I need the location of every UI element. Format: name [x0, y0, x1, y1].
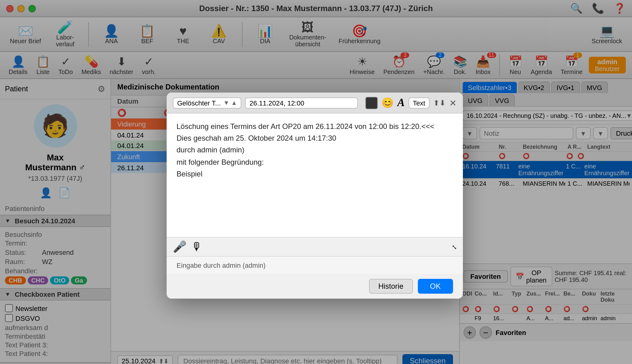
todo-button[interactable]: ✓ ToDo — [56, 54, 75, 77]
dialog-date-input[interactable] — [245, 97, 358, 108]
text-patient4-label: Text Patient 4: — [5, 350, 106, 357]
data-table-row-selected[interactable]: 16.10.24 7811 eine Ernährungsziffer 1 C.… — [460, 161, 632, 178]
screenlock-button[interactable]: 💻 Screenlock — [588, 23, 626, 45]
drucken-button[interactable]: Drucken — [610, 127, 632, 139]
lower-col-frei: Frei... — [545, 291, 562, 303]
search-icon[interactable]: 🔍 — [570, 2, 583, 14]
rechnung-dropdown-value: 16.10.2024 - Rechnung (SZ) - unabg. - TG… — [467, 112, 626, 119]
vorh-button[interactable]: ✓ vorh. — [139, 54, 158, 77]
newsletter-checkbox[interactable] — [5, 304, 13, 312]
mediks-button[interactable]: 💊 Mediks — [79, 54, 103, 77]
notiz-extra2-dropdown[interactable]: ▼ — [593, 127, 608, 139]
dialog-type-dropdown[interactable]: Gelöschter T... ▼ ▲ — [173, 97, 242, 108]
rechnung-dropdown[interactable]: 16.10.2024 - Rechnung (SZ) - unabg. - TG… — [462, 110, 632, 121]
mic-icon[interactable]: 🎤 — [173, 240, 186, 254]
tab-mvg[interactable]: MVG — [581, 81, 608, 93]
siri-icon[interactable]: 🎙 — [191, 240, 202, 253]
details-icon: 👤 — [11, 55, 25, 68]
details-button[interactable]: 👤 Details — [6, 54, 30, 77]
notiz-input[interactable] — [480, 127, 573, 139]
tab-vvg[interactable]: VVG — [489, 94, 515, 106]
patient-dob: *13.03.1977 (47J) — [0, 175, 110, 187]
neu-label: Neu — [509, 68, 521, 75]
behandler-label: Behandler: — [5, 267, 42, 275]
col-bezeichnung-header: Bezeichnung — [523, 144, 565, 150]
close-button[interactable] — [6, 5, 14, 12]
termine-button[interactable]: 📅 1 Termine — [558, 54, 585, 77]
lower-table-row[interactable]: F9 16... A... A... ad... admin admin — [460, 314, 632, 323]
col-datum: Datum — [117, 97, 167, 105]
schliessen-button[interactable]: Schliessen — [402, 354, 453, 364]
dialog-arrows[interactable]: ⬆⬇ — [433, 98, 446, 107]
dialog-emoji-button[interactable]: 😊 — [381, 97, 394, 109]
ana-button[interactable]: 👤 ANA — [96, 23, 127, 45]
todo-section-header[interactable]: ▼ ToDo — [0, 362, 110, 364]
remove-leistung-button[interactable]: − — [480, 326, 492, 339]
laborverlauf-button[interactable]: 🧪 Labor-verlauf — [50, 20, 81, 49]
dialog-text-type-dropdown[interactable]: Text — [409, 97, 430, 108]
ok-button[interactable]: OK — [418, 279, 453, 294]
dialog-close-icon[interactable]: ✕ — [449, 98, 457, 108]
avatar: 🧑 — [34, 104, 77, 147]
date-stepper-icon[interactable]: ⬆⬇ — [159, 358, 168, 364]
radio-datum: ⭕ — [462, 153, 496, 159]
dialog-color-picker[interactable] — [365, 97, 378, 109]
favoriten-btn[interactable]: Favoriten — [464, 270, 508, 283]
phone-icon[interactable]: 📞 — [592, 2, 604, 14]
besuch-section[interactable]: ▼ Besuch 24.10.2024 — [0, 215, 110, 227]
patient-settings-icon[interactable]: ⚙ — [98, 84, 106, 94]
neuer-brief-button[interactable]: ✉️ Neuer Brief — [6, 23, 45, 45]
dialog-content[interactable]: Löschung eines Termins der Art OP20 am 2… — [167, 114, 463, 237]
notiz-extra-dropdown[interactable]: ▼ — [576, 127, 591, 139]
bef-button[interactable]: 📋 BEF — [132, 23, 163, 45]
dok-button[interactable]: 📚 Dok. — [451, 54, 469, 77]
nachr-icon-wrapper: 💬 2 — [427, 55, 441, 68]
naechster-button[interactable]: ⬇ nächster — [107, 54, 136, 77]
add-leistung-button[interactable]: + — [464, 326, 476, 339]
tab-kvg[interactable]: KVG•2 — [518, 81, 550, 93]
inbox-button[interactable]: 📥 11 Inbox — [473, 54, 493, 77]
minimize-button[interactable] — [17, 5, 25, 12]
right-bottom-actions: + − Favoriten — [460, 323, 632, 341]
newsletter-label: Newsletter — [15, 304, 48, 312]
nachr-button[interactable]: 💬 2 +Nachr. — [421, 54, 447, 77]
dialog-font-button[interactable]: A — [397, 96, 405, 109]
termine-icon-wrapper: 📅 1 — [565, 55, 578, 68]
patient-doc-icon[interactable]: 📄 — [58, 187, 71, 199]
checkboxen-section[interactable]: ▼ Checkboxen Patient — [0, 288, 110, 300]
op-planen-button[interactable]: 📅 OP planen — [510, 267, 552, 286]
neu-button[interactable]: 📅 Neu — [506, 54, 525, 77]
patient-person-icon[interactable]: 👤 — [40, 187, 52, 199]
notiz-type-dropdown[interactable]: ▼ — [462, 127, 477, 139]
window-controls[interactable] — [6, 5, 36, 12]
patient-name: MaxMustermann ♂ — [0, 152, 110, 175]
checkboxen-content: Newsletter DSGVO aufmerksam d Terminbest… — [0, 300, 110, 362]
tag-chc: CHC — [27, 276, 48, 284]
resize-icon[interactable]: ⤡ — [452, 243, 457, 250]
cav-button[interactable]: ⚠️ CAV — [203, 23, 234, 45]
the-button[interactable]: ♥ THE — [168, 23, 198, 45]
status-value: Anwesend — [42, 249, 74, 256]
benutzer-button[interactable]: admin Benutzer — [589, 57, 626, 73]
dsgvo-checkbox[interactable] — [5, 314, 13, 322]
dokumenten-button[interactable]: 🖼 Dokumenten-übersicht — [285, 20, 330, 49]
tab-uvg[interactable]: UVG — [462, 94, 488, 106]
tab-selbstzahler[interactable]: Selbstzahler•3 — [462, 81, 517, 93]
maximize-button[interactable] — [28, 5, 36, 12]
liste-button[interactable]: 📋 Liste — [34, 54, 52, 77]
frueherkennung-button[interactable]: 🎯 Früherkennung — [335, 23, 384, 45]
pendenzen-button[interactable]: ⏰ 3 Pendenzen — [381, 54, 417, 77]
bottom-date-input[interactable]: 25.10.2024 ⬆⬇ — [117, 355, 173, 364]
patient-lastname: Mustermann — [25, 162, 76, 172]
agenda-button[interactable]: 📅 Agenda — [528, 54, 555, 77]
dia-button[interactable]: 📊 DIA — [250, 23, 281, 45]
data-table-row[interactable]: 24.10.24 768... MIANSERIN Mepha Lacta...… — [460, 178, 632, 189]
nachr-label: +Nachr. — [423, 68, 445, 75]
bef-icon: 📋 — [139, 24, 155, 37]
bottom-text-input[interactable] — [178, 355, 397, 364]
hinweise-button[interactable]: ☀ Hinweise — [347, 54, 377, 77]
help-icon[interactable]: ❓ — [613, 2, 626, 14]
histoire-button[interactable]: Historie — [369, 279, 413, 294]
dia-icon: 📊 — [257, 24, 273, 37]
tab-ivg[interactable]: IVG•1 — [551, 81, 580, 93]
